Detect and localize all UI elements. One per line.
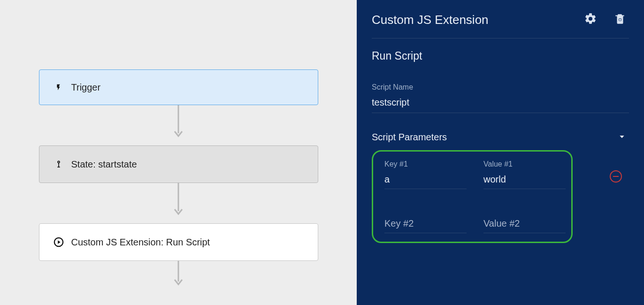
panel-header: Custom JS Extension: [372, 8, 629, 38]
param-row-2: [384, 216, 566, 233]
flow-arrow: [39, 183, 318, 223]
play-circle-icon: [53, 237, 65, 247]
svg-point-1: [58, 161, 60, 163]
flow-canvas[interactable]: Trigger State: startstate Custom JS Exte…: [0, 0, 357, 305]
script-name-input[interactable]: [372, 95, 629, 113]
state-node-label: State: startstate: [71, 159, 137, 170]
script-parameters-section-header[interactable]: Script Parameters: [372, 132, 629, 143]
bolt-icon: [53, 82, 65, 92]
script-parameters-label: Script Parameters: [372, 132, 447, 143]
gear-icon[interactable]: [584, 12, 597, 28]
panel-header-actions: [584, 12, 626, 28]
flow-canvas-inner: Trigger State: startstate Custom JS Exte…: [39, 69, 318, 289]
param-value-col: [483, 216, 566, 233]
panel-title: Custom JS Extension: [372, 13, 489, 27]
param-row-1: Key #1 Value #1: [384, 160, 566, 189]
param-key-label: Key #1: [384, 160, 467, 168]
trash-icon[interactable]: [614, 12, 626, 28]
parameters-highlight: Key #1 Value #1: [372, 150, 573, 243]
param-key-col: [384, 216, 467, 233]
param-value-input[interactable]: [483, 216, 566, 233]
state-node[interactable]: State: startstate: [39, 145, 318, 183]
flow-arrow: [39, 105, 318, 145]
param-key-col: Key #1: [384, 160, 467, 189]
action-node[interactable]: Custom JS Extension: Run Script: [39, 223, 318, 261]
script-name-label: Script Name: [372, 83, 629, 92]
key-icon: [53, 159, 65, 169]
parameters-area: Key #1 Value #1: [372, 143, 629, 243]
remove-param-button[interactable]: [610, 170, 622, 183]
param-value-col: Value #1: [483, 160, 566, 189]
trigger-node-label: Trigger: [71, 82, 101, 93]
details-panel: Custom JS Extension Run Script Script Na…: [357, 0, 644, 305]
action-node-label: Custom JS Extension: Run Script: [71, 237, 210, 248]
svg-marker-9: [620, 136, 624, 138]
script-name-field: Script Name: [372, 83, 629, 113]
param-key-input[interactable]: [384, 216, 467, 233]
caret-down-icon: [618, 132, 626, 143]
trigger-node[interactable]: Trigger: [39, 69, 318, 105]
panel-subtitle: Run Script: [372, 50, 629, 62]
svg-marker-6: [58, 240, 61, 244]
param-key-input[interactable]: [384, 172, 467, 189]
param-value-label: Value #1: [483, 160, 566, 168]
param-value-input[interactable]: [483, 172, 566, 189]
flow-arrow: [39, 261, 318, 289]
